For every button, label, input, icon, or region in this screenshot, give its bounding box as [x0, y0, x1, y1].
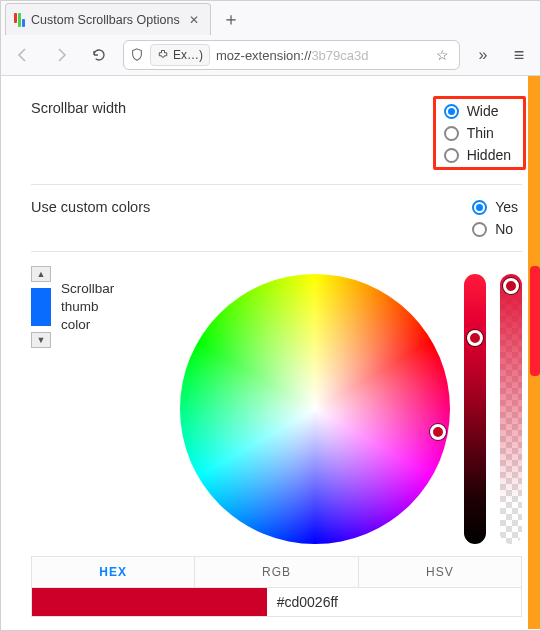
- radio-icon: [472, 222, 487, 237]
- tab-title: Custom Scrollbars Options: [31, 13, 180, 27]
- setting-custom-colors: Use custom colors Yes No: [31, 185, 522, 252]
- highlight-box: Wide Thin Hidden: [433, 96, 526, 170]
- setting-label: Scrollbar thumb color: [61, 280, 125, 335]
- slider-handle[interactable]: [467, 330, 483, 346]
- setting-scrollbar-width: Scrollbar width Wide Thin Hidden: [31, 86, 522, 185]
- back-button[interactable]: [9, 41, 37, 69]
- preset-swatch[interactable]: [31, 288, 51, 326]
- radio-icon: [444, 148, 459, 163]
- lightness-slider[interactable]: [464, 274, 486, 544]
- tab-hex[interactable]: HEX: [31, 556, 195, 587]
- tab-strip: Custom Scrollbars Options ✕ ＋: [1, 1, 540, 35]
- color-preview-swatch: [32, 588, 267, 616]
- extension-chip-label: Ex…): [173, 48, 203, 62]
- setting-label: Use custom colors: [31, 199, 150, 215]
- width-radio-group: Wide Thin Hidden: [444, 103, 515, 163]
- radio-hidden[interactable]: Hidden: [444, 147, 511, 163]
- color-picker: [180, 274, 522, 544]
- radio-no[interactable]: No: [472, 221, 518, 237]
- radio-icon: [444, 104, 459, 119]
- radio-yes[interactable]: Yes: [472, 199, 518, 215]
- color-value-row: #cd0026ff: [31, 587, 522, 617]
- tab-rgb[interactable]: RGB: [195, 556, 358, 587]
- setting-thumb-color: ▲ ▼ Scrollbar thumb color: [31, 252, 522, 550]
- radio-icon: [444, 126, 459, 141]
- spinner-up[interactable]: ▲: [31, 266, 51, 282]
- extension-favicon: [14, 13, 25, 27]
- slider-handle[interactable]: [503, 278, 519, 294]
- color-wheel[interactable]: [180, 274, 450, 544]
- url-bar[interactable]: Ex…) moz-extension://3b79ca3d ☆: [123, 40, 460, 70]
- browser-chrome: Custom Scrollbars Options ✕ ＋ Ex…) moz-e…: [1, 1, 540, 76]
- close-tab-icon[interactable]: ✕: [186, 12, 202, 28]
- alpha-slider[interactable]: [500, 274, 522, 544]
- tab-hsv[interactable]: HSV: [359, 556, 522, 587]
- forward-button[interactable]: [47, 41, 75, 69]
- setting-label: Scrollbar width: [31, 100, 126, 116]
- reload-button[interactable]: [85, 41, 113, 69]
- color-mode-tabs: HEX RGB HSV: [31, 556, 522, 587]
- extension-chip[interactable]: Ex…): [150, 44, 210, 66]
- app-menu-icon[interactable]: ≡: [506, 45, 532, 66]
- radio-wide[interactable]: Wide: [444, 103, 511, 119]
- bookmark-icon[interactable]: ☆: [431, 47, 453, 63]
- custom-scrollbar-thumb[interactable]: [530, 266, 540, 376]
- custom-colors-radio-group: Yes No: [472, 199, 522, 237]
- color-preset-spinner: ▲ ▼: [31, 266, 51, 348]
- spinner-down[interactable]: ▼: [31, 332, 51, 348]
- overflow-menu-icon[interactable]: »: [470, 46, 496, 64]
- custom-scrollbar-track: [528, 76, 540, 629]
- shield-icon[interactable]: [130, 48, 144, 62]
- options-page: Scrollbar width Wide Thin Hidden Use cus…: [1, 76, 540, 629]
- wheel-handle[interactable]: [430, 424, 446, 440]
- radio-icon: [472, 200, 487, 215]
- url-text: moz-extension://3b79ca3d: [216, 48, 425, 63]
- radio-thin[interactable]: Thin: [444, 125, 511, 141]
- new-tab-button[interactable]: ＋: [217, 3, 245, 35]
- browser-tab[interactable]: Custom Scrollbars Options ✕: [5, 3, 211, 35]
- color-value-text[interactable]: #cd0026ff: [267, 588, 521, 616]
- nav-toolbar: Ex…) moz-extension://3b79ca3d ☆ » ≡: [1, 35, 540, 75]
